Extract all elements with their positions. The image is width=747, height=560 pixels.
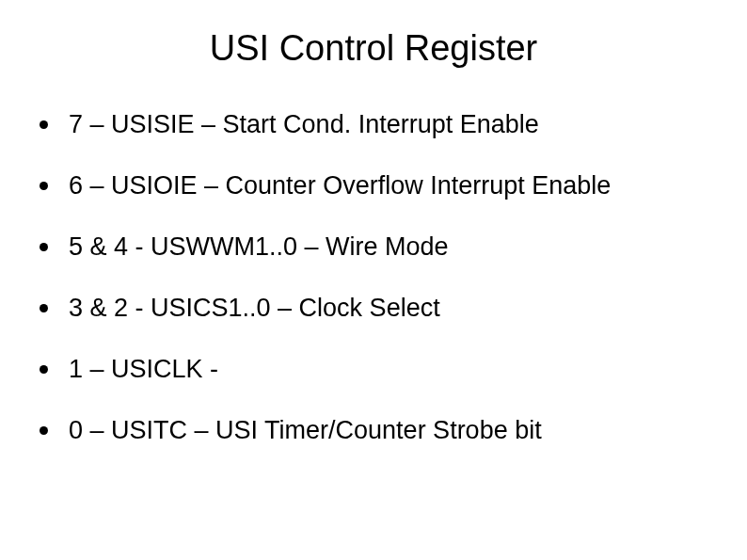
- list-item: 1 – USICLK -: [40, 353, 728, 386]
- bullet-icon: [40, 426, 48, 435]
- list-item: 5 & 4 - USWWM1..0 – Wire Mode: [40, 231, 728, 264]
- bullet-text: 7 – USISIE – Start Cond. Interrupt Enabl…: [69, 108, 728, 141]
- list-item: 7 – USISIE – Start Cond. Interrupt Enabl…: [40, 108, 728, 141]
- bullet-icon: [40, 304, 48, 312]
- bullet-icon: [40, 365, 48, 374]
- slide-title: USI Control Register: [0, 28, 747, 69]
- bullet-text: 0 – USITC – USI Timer/Counter Strobe bit: [69, 414, 728, 447]
- bullet-icon: [40, 243, 48, 251]
- list-item: 0 – USITC – USI Timer/Counter Strobe bit: [40, 414, 728, 447]
- bullet-icon: [40, 120, 48, 129]
- bullet-text: 1 – USICLK -: [69, 353, 728, 386]
- bullet-text: 3 & 2 - USICS1..0 – Clock Select: [69, 292, 728, 325]
- bullet-icon: [40, 182, 48, 190]
- list-item: 6 – USIOIE – Counter Overflow Interrupt …: [40, 169, 728, 202]
- slide: USI Control Register 7 – USISIE – Start …: [0, 0, 747, 560]
- bullet-text: 6 – USIOIE – Counter Overflow Interrupt …: [69, 169, 728, 202]
- bullet-text: 5 & 4 - USWWM1..0 – Wire Mode: [69, 231, 728, 264]
- list-item: 3 & 2 - USICS1..0 – Clock Select: [40, 292, 728, 325]
- slide-content: 7 – USISIE – Start Cond. Interrupt Enabl…: [0, 108, 747, 448]
